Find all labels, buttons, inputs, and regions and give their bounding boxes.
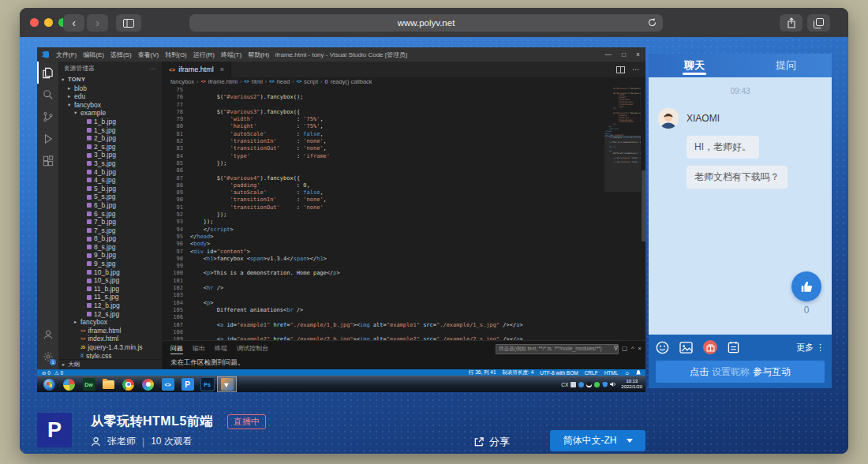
close-window-button[interactable]	[30, 18, 39, 27]
extensions-icon[interactable]	[37, 150, 58, 172]
tree-item-2_s.jpg[interactable]: 2_s.jpg	[58, 143, 162, 152]
tree-item-9_b.jpg[interactable]: 9_b.jpg	[58, 251, 162, 260]
chat-tab-提问[interactable]: 提问	[740, 54, 832, 77]
gift-button[interactable]	[703, 340, 717, 354]
language-dropdown[interactable]: 简体中文-ZH	[550, 430, 645, 451]
maximize-panel-icon[interactable]: ^	[631, 345, 634, 352]
more-button[interactable]: 更多 ⋮	[796, 342, 825, 354]
taskbar-file-explorer[interactable]	[99, 376, 118, 392]
tree-item-example[interactable]: ▾example	[58, 109, 162, 118]
set-nickname-input-bar[interactable]: 点击 设置昵称 参与互动	[656, 361, 825, 383]
taskbar-pinwheel-app[interactable]	[59, 376, 79, 392]
tree-item-3_b.jpg[interactable]: 3_b.jpg	[58, 151, 162, 159]
breadcrumb-item[interactable]: head	[277, 78, 290, 85]
panel-tab-终端[interactable]: 终端	[215, 344, 227, 354]
minimize-window-button[interactable]	[44, 18, 53, 27]
taskbar-clock[interactable]: 10:13 2022/1/20	[621, 379, 642, 390]
tree-item-fancybox[interactable]: ▾fancybox	[58, 101, 162, 110]
run-debug-icon[interactable]	[37, 128, 58, 150]
close-icon[interactable]: ×	[636, 51, 640, 58]
chat-message-list[interactable]: 09:43 XIAOMIHI，老师好。老师文档有下载吗？ 0	[649, 77, 832, 335]
tree-item-11_s.jpg[interactable]: 11_s.jpg	[58, 293, 162, 301]
filter-icon[interactable]: ∇	[614, 345, 618, 352]
split-editor-icon[interactable]	[616, 66, 625, 73]
tree-item-12_b.jpg[interactable]: 12_b.jpg	[58, 301, 162, 310]
taskbar-photoshop[interactable]: Ps	[197, 376, 217, 392]
tree-item-7_s.jpg[interactable]: 7_s.jpg	[58, 226, 162, 235]
tab-iframe-html[interactable]: <> iframe.html ×	[163, 62, 231, 77]
settings-icon[interactable]: 1	[37, 346, 58, 368]
source-control-icon[interactable]	[37, 106, 58, 128]
search-icon[interactable]	[37, 84, 58, 106]
tab-overview-button[interactable]	[807, 14, 830, 32]
tree-item-12_s.jpg[interactable]: 12_s.jpg	[58, 310, 162, 319]
minimap[interactable]: $("#various2").fancybox(); $("#various3"…	[604, 85, 641, 340]
breadcrumb[interactable]: fancybox›<>iframe.html›<>html›<>head›<>s…	[163, 77, 645, 85]
close-tab-icon[interactable]: ×	[220, 65, 224, 73]
wechat-tray-icon[interactable]	[594, 382, 600, 387]
minimap-slider[interactable]	[604, 136, 641, 192]
menu-item[interactable]: 选择(S)	[110, 51, 132, 58]
editor-scrollbar[interactable]	[642, 85, 645, 340]
outline-section[interactable]: ▸ 大纲	[58, 359, 162, 369]
tree-item-10_s.jpg[interactable]: 10_s.jpg	[58, 276, 162, 285]
set-nickname-link[interactable]: 设置昵称	[712, 365, 750, 379]
tree-item-8_s.jpg[interactable]: 8_s.jpg	[58, 243, 162, 252]
sidebar-button[interactable]	[116, 14, 141, 32]
breadcrumb-item[interactable]: ready() callback	[331, 78, 372, 85]
notes-icon[interactable]	[728, 341, 739, 354]
panel-tab-调试控制台[interactable]: 调试控制台	[237, 344, 268, 354]
image-icon[interactable]	[679, 342, 693, 354]
menu-item[interactable]: 文件(F)	[56, 51, 77, 58]
breadcrumb-item[interactable]: html	[252, 78, 263, 85]
tree-item-7_b.jpg[interactable]: 7_b.jpg	[58, 218, 162, 226]
tree-item-TONY[interactable]: ▾TONY	[58, 76, 162, 84]
tree-item-fancybox[interactable]: ▸fancybox	[58, 318, 162, 327]
tree-item-3_s.jpg[interactable]: 3_s.jpg	[58, 159, 162, 168]
more-actions-icon[interactable]: ⋯	[632, 65, 639, 73]
tree-item-6_s.jpg[interactable]: 6_s.jpg	[58, 210, 162, 219]
taskbar-dreamweaver[interactable]: Dw	[79, 376, 99, 392]
breadcrumb-item[interactable]: fancybox	[170, 78, 194, 85]
taskbar-polyv-app[interactable]: P	[178, 376, 197, 392]
maximize-icon[interactable]: □	[622, 51, 626, 58]
tree-item-5_b.jpg[interactable]: 5_b.jpg	[58, 185, 162, 193]
tree-item-9_s.jpg[interactable]: 9_s.jpg	[58, 260, 162, 268]
tree-item-10_b.jpg[interactable]: 10_b.jpg	[58, 268, 162, 277]
menu-item[interactable]: 编辑(E)	[83, 51, 104, 58]
explorer-icon[interactable]	[37, 62, 58, 84]
status-item[interactable]: HTML	[604, 370, 619, 376]
address-bar[interactable]: www.polyv.net	[189, 14, 663, 32]
chat-tab-聊天[interactable]: 聊天	[649, 54, 740, 77]
tree-item-4_s.jpg[interactable]: 4_s.jpg	[58, 176, 162, 185]
tree-item-2_b.jpg[interactable]: 2_b.jpg	[58, 134, 162, 143]
taskbar-vscode[interactable]: <>	[158, 376, 178, 392]
tree-item-index.html[interactable]: <>index.html	[58, 335, 162, 343]
panel-tab-输出[interactable]: 输出	[193, 344, 205, 354]
back-button[interactable]: ‹	[63, 14, 84, 32]
menu-item[interactable]: 转到(G)	[165, 51, 187, 58]
explorer-more-icon[interactable]: ···	[150, 65, 156, 73]
code-editor[interactable]: 75 76 $("#various2").fancybox();77 78 $(…	[163, 85, 645, 340]
taskbar-screen-share-tool[interactable]	[217, 376, 237, 392]
tree-item-11_b.jpg[interactable]: 11_b.jpg	[58, 285, 162, 294]
feedback-smiley-icon[interactable]: ☺	[624, 370, 630, 376]
tree-item-iframe.html[interactable]: <>iframe.html	[58, 327, 162, 335]
tree-item-6_b.jpg[interactable]: 6_b.jpg	[58, 201, 162, 210]
input-method-indicator[interactable]: CX	[561, 382, 568, 387]
share-page-button[interactable]	[780, 14, 803, 32]
like-button[interactable]	[791, 271, 821, 301]
breadcrumb-item[interactable]: script	[304, 78, 318, 85]
panel-layout-icon[interactable]: ▢	[622, 345, 627, 352]
tree-item-4_b.jpg[interactable]: 4_b.jpg	[58, 168, 162, 177]
menu-item[interactable]: 运行(R)	[193, 51, 215, 58]
video-player[interactable]: 文件(F)编辑(E)选择(S)查看(V)转到(G)运行(R)终端(T)帮助(H)…	[37, 47, 645, 392]
menu-item[interactable]: 帮助(H)	[248, 51, 269, 58]
forward-button[interactable]: ›	[87, 14, 108, 32]
minimize-icon[interactable]: —	[604, 51, 612, 58]
menu-item[interactable]: 查看(V)	[138, 51, 159, 58]
tree-item-5_s.jpg[interactable]: 5_s.jpg	[58, 193, 162, 201]
emoji-icon[interactable]	[656, 341, 669, 354]
share-button[interactable]: 分享	[473, 435, 510, 449]
qq-tray-icon[interactable]	[586, 382, 592, 387]
